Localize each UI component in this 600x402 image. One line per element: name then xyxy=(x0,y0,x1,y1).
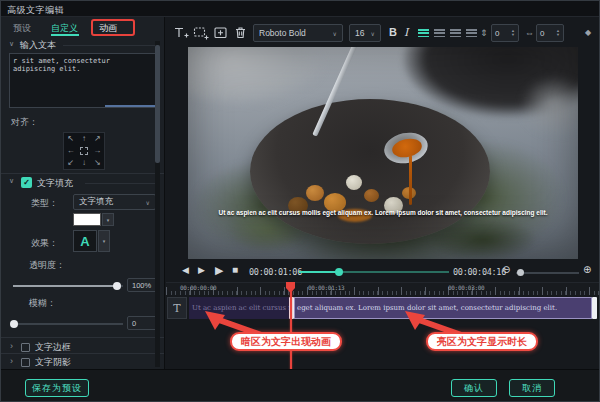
line-spacing-spinner[interactable]: 0 ▲▼ xyxy=(491,24,519,42)
letter-spacing-value: 0 xyxy=(540,29,544,38)
divider xyxy=(1,337,164,338)
align-right-icon[interactable]: → xyxy=(91,145,104,157)
chevron-right-icon[interactable]: › xyxy=(10,341,13,351)
align-label: 对齐： xyxy=(11,116,38,129)
align-left-button[interactable] xyxy=(418,29,429,38)
panel-divider xyxy=(164,17,165,369)
color-dropdown-button[interactable]: ▾ xyxy=(102,213,114,226)
line-spacing-value: 0 xyxy=(495,29,499,38)
previous-frame-button[interactable]: ◀ xyxy=(182,266,189,275)
video-preview: Ut ac aspien ac elit cursus mollis eget … xyxy=(188,47,578,259)
zoom-out-icon[interactable]: ⊖ xyxy=(502,265,510,275)
align-bottom-left-icon[interactable]: ↙ xyxy=(64,157,77,169)
ruler-label: 00:00:01:13 xyxy=(308,284,344,291)
line-spacing-icon[interactable]: ⇕ xyxy=(480,28,488,38)
fill-type-value: 文字填充 xyxy=(79,196,113,208)
font-size-select[interactable]: 16 ∨ xyxy=(349,24,381,42)
effect-letter: A xyxy=(80,234,89,249)
spin-down-icon[interactable]: ▼ xyxy=(511,33,515,37)
italic-button[interactable]: I xyxy=(404,26,408,39)
letter-spacing-icon[interactable]: ⇔ xyxy=(525,28,534,38)
font-family-value: Roboto Bold xyxy=(259,28,306,38)
type-label: 类型： xyxy=(31,197,58,210)
timeline-zoom-handle[interactable] xyxy=(517,269,524,276)
chevron-down-icon: ▾ xyxy=(103,238,106,244)
title-bar xyxy=(1,1,600,17)
text-shadow-checkbox[interactable] xyxy=(21,358,30,367)
timeline-zoom-track[interactable] xyxy=(516,272,579,274)
check-icon: ✓ xyxy=(23,178,30,187)
effect-swatch[interactable]: A xyxy=(73,230,97,252)
divider xyxy=(63,45,155,46)
divider xyxy=(1,353,164,354)
blur-value[interactable]: 0 xyxy=(127,316,157,330)
save-style-icon[interactable] xyxy=(213,25,229,41)
panel-scrollbar-thumb[interactable] xyxy=(155,45,160,163)
chevron-down-icon: ▾ xyxy=(107,217,110,223)
effect-label: 效果： xyxy=(31,237,58,250)
align-center-icon[interactable] xyxy=(77,145,90,157)
advanced-text-edit-dialog: 高级文字编辑 预设 自定义 动画 ∨ 输入文本 r sit amet, cons… xyxy=(0,0,600,402)
play-button[interactable]: ▶ xyxy=(215,265,223,276)
stop-button[interactable]: ■ xyxy=(232,265,238,275)
text-input-area[interactable]: r sit amet, consectetur adipiscing elit. xyxy=(9,53,156,108)
letter-spacing-spinner[interactable]: 0 ▲▼ xyxy=(536,24,564,42)
font-size-value: 16 xyxy=(355,28,364,38)
zoom-in-icon[interactable]: ⊕ xyxy=(583,265,591,275)
align-justify-button[interactable] xyxy=(466,29,477,38)
active-tab-underline xyxy=(51,34,79,36)
align-top-icon[interactable]: ↑ xyxy=(77,133,90,145)
font-family-select[interactable]: Roboto Bold ∨ xyxy=(253,24,343,42)
progress-handle[interactable] xyxy=(335,268,343,276)
progress-bar-fill xyxy=(299,271,339,273)
ruler-label: 00:00:03:00 xyxy=(448,284,484,291)
confirm-button[interactable]: 确认 xyxy=(451,379,497,397)
fill-color-swatch[interactable] xyxy=(73,213,101,226)
save-preset-button[interactable]: 保存为预设 xyxy=(25,379,89,397)
text-fill-title: 文字填充 xyxy=(37,177,73,190)
next-frame-button[interactable]: ▶ xyxy=(198,266,205,275)
align-top-right-icon[interactable]: ↗ xyxy=(91,133,104,145)
cancel-button[interactable]: 取消 xyxy=(509,379,555,397)
chevron-right-icon[interactable]: › xyxy=(10,356,13,366)
blur-label: 模糊： xyxy=(29,297,56,310)
timeline-ruler[interactable]: 00:00:00:00 00:00:01:13 00:00:03:00 xyxy=(166,282,600,295)
align-bottom-icon[interactable]: ↓ xyxy=(77,157,90,169)
spin-down-icon[interactable]: ▼ xyxy=(556,33,560,37)
dialog-title: 高级文字编辑 xyxy=(7,4,64,17)
align-right-button[interactable] xyxy=(450,29,461,38)
add-textbox-icon[interactable] xyxy=(193,25,209,41)
textarea-scrollbar[interactable] xyxy=(105,105,155,107)
bold-button[interactable]: B xyxy=(389,26,397,38)
opacity-slider-handle[interactable] xyxy=(113,282,121,290)
effect-dropdown-button[interactable]: ▾ xyxy=(98,230,110,252)
text-border-checkbox[interactable] xyxy=(21,343,30,352)
align-left-icon[interactable]: ← xyxy=(64,145,77,157)
ruler-label: 00:00:00:00 xyxy=(180,284,216,291)
tab-preset[interactable]: 预设 xyxy=(13,22,31,35)
progress-bar-track[interactable] xyxy=(339,271,449,273)
align-center-button[interactable] xyxy=(434,29,445,38)
align-bottom-right-icon[interactable]: ↘ xyxy=(91,157,104,169)
trash-icon[interactable] xyxy=(233,25,249,41)
divider xyxy=(1,173,164,174)
text-shadow-title[interactable]: 文字阴影 xyxy=(35,356,71,369)
chevron-down-icon[interactable]: ∨ xyxy=(9,177,14,185)
opacity-value[interactable]: 100% xyxy=(127,278,157,292)
add-text-icon[interactable] xyxy=(173,25,189,41)
chevron-down-icon[interactable]: ∨ xyxy=(9,40,14,48)
chevron-down-icon: ∨ xyxy=(371,30,375,37)
alignment-pad: ↖ ↑ ↗ ← → ↙ ↓ ↘ xyxy=(63,132,105,170)
callout-dark-region: 暗区为文字出现动画 xyxy=(230,332,342,351)
blur-slider-handle[interactable] xyxy=(10,320,18,328)
text-overlay[interactable]: Ut ac aspien ac elit cursus mollis eget … xyxy=(188,209,578,216)
center-box-icon xyxy=(80,147,88,155)
vignette xyxy=(188,47,578,259)
clip-right-handle[interactable] xyxy=(592,297,597,319)
blur-slider-track[interactable] xyxy=(13,323,123,325)
chevron-down-icon: ∨ xyxy=(333,30,337,37)
align-top-left-icon[interactable]: ↖ xyxy=(64,133,77,145)
diamond-icon[interactable]: ◆ xyxy=(585,28,591,37)
fill-type-select[interactable]: 文字填充 ∨ xyxy=(73,194,156,210)
text-fill-checkbox[interactable]: ✓ xyxy=(21,177,32,188)
